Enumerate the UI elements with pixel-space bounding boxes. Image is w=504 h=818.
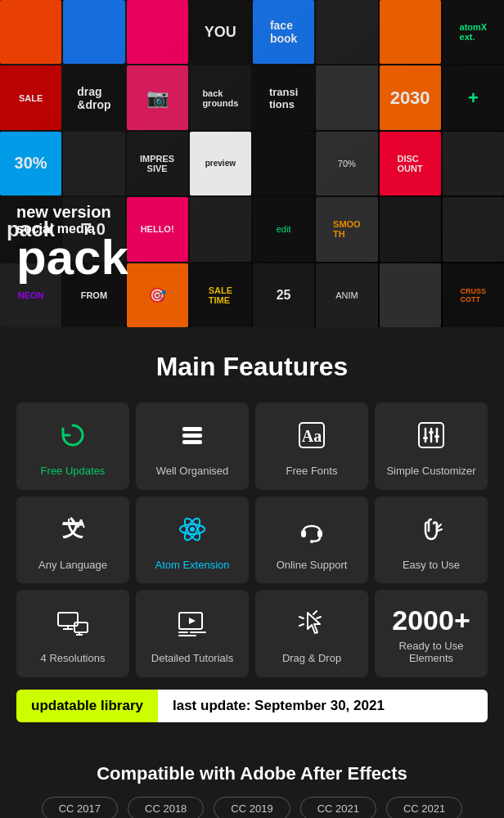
translate-icon: 文 A bbox=[56, 513, 89, 551]
svg-point-19 bbox=[190, 527, 195, 532]
svg-text:A: A bbox=[77, 517, 85, 530]
feature-free-updates: Free Updates bbox=[16, 402, 129, 490]
cc-versions-list: CC 2017 CC 2018 CC 2019 CC 2021 CC 2021 bbox=[16, 797, 488, 818]
svg-rect-9 bbox=[423, 437, 428, 439]
svg-point-22 bbox=[310, 540, 313, 543]
sliders-icon bbox=[415, 419, 448, 456]
cc-2021-badge-2: CC 2021 bbox=[386, 797, 462, 818]
svg-line-39 bbox=[299, 624, 304, 626]
hero-pack-label: new version social media pack bbox=[16, 203, 128, 278]
play-icon bbox=[176, 606, 209, 644]
svg-line-37 bbox=[317, 617, 321, 618]
drag-drop-label: Drag & Drop bbox=[282, 652, 341, 665]
svg-line-23 bbox=[438, 524, 441, 528]
cc-2017-badge: CC 2017 bbox=[42, 797, 118, 818]
cc-2021-badge-1: CC 2021 bbox=[300, 797, 376, 818]
online-support-label: Online Support bbox=[277, 559, 348, 572]
svg-rect-20 bbox=[301, 530, 306, 537]
any-language-label: Any Language bbox=[38, 559, 107, 572]
pointer-icon bbox=[295, 606, 328, 644]
atom-icon bbox=[176, 513, 209, 551]
date-prefix: last update: bbox=[173, 698, 254, 713]
compatible-title: Compatible with Adobe After Effects bbox=[16, 763, 488, 784]
feature-2000-elements: 2000+ Ready to UseElements bbox=[375, 590, 488, 677]
easy-to-use-label: Easy to Use bbox=[403, 559, 460, 572]
feature-4-resolutions: 4 Resolutions bbox=[16, 590, 129, 677]
main-features-section: Main Feautures Free Updates Well Or bbox=[0, 327, 504, 751]
layers-icon bbox=[176, 419, 209, 456]
feature-drag-drop: Drag & Drop bbox=[255, 590, 368, 677]
features-row-3: 4 Resolutions Detailed Tutorials bbox=[16, 590, 488, 677]
hero-section: YOU facebook atomXext. SALE drag&drop 📷 … bbox=[0, 0, 504, 327]
date-value: September 30, 2021 bbox=[254, 698, 385, 713]
feature-online-support: Online Support bbox=[255, 497, 368, 584]
svg-text:Aa: Aa bbox=[302, 427, 322, 445]
svg-rect-21 bbox=[317, 530, 322, 537]
hero-pack-big: pack bbox=[16, 236, 128, 278]
svg-rect-1 bbox=[182, 434, 202, 438]
svg-rect-28 bbox=[74, 622, 88, 632]
hero-new-version-text: new version bbox=[16, 203, 128, 222]
hand-icon bbox=[415, 513, 448, 551]
4-resolutions-label: 4 Resolutions bbox=[41, 652, 106, 665]
cc-2019-badge: CC 2019 bbox=[214, 797, 290, 818]
elements-label: Ready to UseElements bbox=[399, 640, 464, 664]
main-features-title: Main Feautures bbox=[16, 352, 488, 382]
detailed-tutorials-label: Detailed Tutorials bbox=[151, 652, 233, 665]
svg-rect-10 bbox=[429, 431, 434, 434]
svg-line-38 bbox=[299, 617, 304, 618]
features-row-1: Free Updates Well Organised Aa Free Fo bbox=[16, 402, 488, 490]
simple-customizer-label: Simple Customizer bbox=[386, 465, 475, 478]
feature-detailed-tutorials: Detailed Tutorials bbox=[136, 590, 249, 677]
feature-any-language: 文 A Any Language bbox=[16, 497, 129, 584]
svg-rect-11 bbox=[434, 435, 439, 438]
screens-icon bbox=[56, 606, 89, 644]
svg-line-24 bbox=[438, 529, 442, 531]
headphones-icon bbox=[295, 513, 328, 551]
features-row-2: 文 A Any Language Atom Extension bbox=[16, 497, 488, 584]
feature-free-fonts: Aa Free Fonts bbox=[255, 402, 368, 490]
feature-easy-to-use: Easy to Use bbox=[375, 497, 488, 584]
atom-extension-label: Atom Extension bbox=[155, 559, 229, 572]
update-date: last update: September 30, 2021 bbox=[158, 690, 488, 722]
svg-rect-2 bbox=[182, 427, 202, 431]
cc-2018-badge: CC 2018 bbox=[128, 797, 204, 818]
svg-line-36 bbox=[313, 611, 317, 614]
svg-rect-0 bbox=[182, 440, 202, 444]
compatible-section: Compatible with Adobe After Effects CC 2… bbox=[0, 751, 504, 818]
free-fonts-label: Free Fonts bbox=[286, 465, 338, 478]
free-updates-label: Free Updates bbox=[41, 465, 106, 478]
feature-well-organised: Well Organised bbox=[136, 402, 249, 490]
svg-marker-32 bbox=[189, 618, 196, 624]
updatable-library-label: updatable library bbox=[16, 690, 158, 722]
feature-atom-extension: Atom Extension bbox=[136, 497, 249, 584]
font-icon: Aa bbox=[295, 419, 328, 456]
well-organised-label: Well Organised bbox=[156, 465, 229, 478]
elements-count: 2000+ bbox=[392, 605, 470, 636]
feature-simple-customizer: Simple Customizer bbox=[375, 402, 488, 490]
refresh-icon bbox=[56, 419, 89, 456]
update-bar: updatable library last update: September… bbox=[16, 690, 488, 722]
